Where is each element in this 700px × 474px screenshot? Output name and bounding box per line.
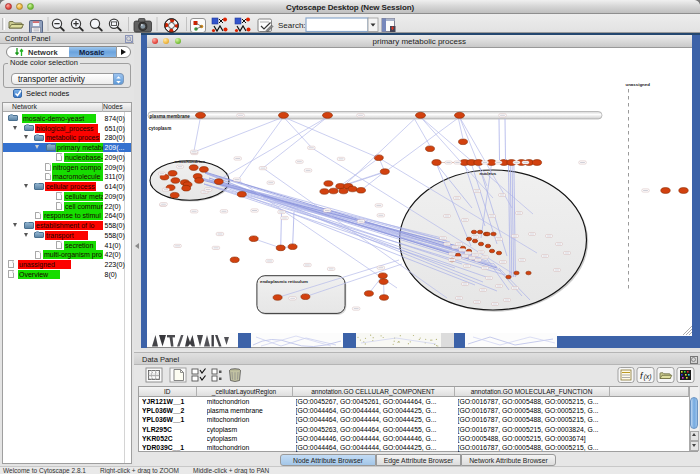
svg-text:endoplasmic reticulum: endoplasmic reticulum bbox=[260, 279, 308, 284]
svg-text:cytoplasm: cytoplasm bbox=[148, 126, 171, 131]
svg-text:mitochondrion: mitochondrion bbox=[174, 159, 205, 164]
svg-text:(x): (x) bbox=[644, 373, 652, 381]
svg-text:plasma membrane: plasma membrane bbox=[149, 114, 190, 119]
svg-text:unassigned: unassigned bbox=[625, 82, 650, 87]
svg-text:Search:: Search: bbox=[278, 21, 306, 30]
svg-text:nucleus: nucleus bbox=[479, 171, 496, 176]
